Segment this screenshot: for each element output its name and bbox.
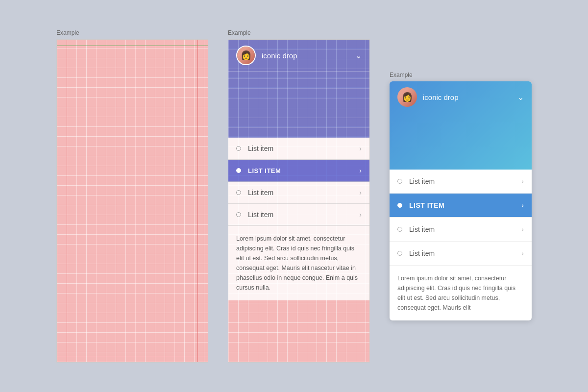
panel3-list: List item › LIST ITEM › List item › List… [390,170,532,266]
panel2-list-item-1[interactable]: List item › [228,138,369,160]
item-dot-3 [236,190,241,195]
red-line-left [67,40,67,362]
panel2-list: List item › LIST ITEM › List item › List… [228,138,369,226]
item-chevron-4: › [359,211,362,219]
grid-line-top [57,46,208,46]
panel3-list-item-3[interactable]: List item › [390,218,532,242]
clean-text-4: List item [409,249,521,257]
item-chevron-1: › [359,145,362,152]
panel1-label: Example [56,29,79,36]
panel3-header-inner: 👩 iconic drop ⌄ [397,87,524,107]
clean-dot-2 [397,203,402,208]
panel3-chevron-icon: ⌄ [517,93,524,102]
panel1-grid [56,39,208,363]
panel2-lorem: Lorem ipsum dolor sit amet, consectetur … [228,226,369,300]
item-chevron-2: › [359,167,362,174]
panel2-label: Example [228,29,251,36]
panel2-chevron-icon: ⌄ [355,51,362,60]
clean-chevron-2: › [521,201,524,209]
panel3-label: Example [390,72,413,78]
item-text-3: List item [248,189,359,196]
panel2-list-item-3[interactable]: List item › [228,182,369,204]
grid-line-bottom [57,356,208,356]
panel3-username: iconic drop [423,93,517,101]
clean-dot-1 [397,179,402,184]
panel2-avatar: 👩 [236,46,256,65]
clean-text-1: List item [409,177,521,185]
grid-background [57,40,208,362]
item-text-4: List item [248,211,359,219]
panel3: 👩 iconic drop ⌄ List item › LIST ITEM › … [390,81,532,320]
panel2-container: Example 👩 iconic drop ⌄ List item [228,29,370,363]
panel2: 👩 iconic drop ⌄ List item › LIST ITEM › [228,39,370,363]
panel1-container: Example [56,29,208,363]
panel3-header[interactable]: 👩 iconic drop ⌄ [390,81,532,170]
item-text-2: LIST ITEM [248,167,359,174]
clean-chevron-3: › [521,225,524,233]
panel2-content: 👩 iconic drop ⌄ List item › LIST ITEM › [228,40,369,300]
panel2-username: iconic drop [262,51,355,60]
item-chevron-3: › [359,189,362,196]
red-line-right [197,40,198,362]
item-dot-4 [236,212,241,217]
panel3-container: Example 👩 iconic drop ⌄ List item › LIST… [390,72,532,320]
item-dot-2 [236,168,241,173]
panel3-lorem: Lorem ipsum dolor sit amet, consectetur … [390,266,532,320]
panel2-list-item-4[interactable]: List item › [228,204,369,226]
clean-text-3: List item [409,225,521,233]
clean-dot-4 [397,251,402,256]
panel3-list-item-1[interactable]: List item › [390,170,532,194]
item-dot-1 [236,146,241,151]
clean-text-2: LIST ITEM [409,201,521,209]
avatar-image: 👩 [237,47,255,64]
panel3-list-item-2-active[interactable]: LIST ITEM › [390,194,532,218]
clean-chevron-4: › [521,249,524,257]
item-text-1: List item [248,145,359,152]
panel2-header-area: 👩 iconic drop ⌄ [228,40,369,138]
panel2-header[interactable]: 👩 iconic drop ⌄ [228,40,369,72]
panel3-list-item-4[interactable]: List item › [390,242,532,266]
clean-dot-3 [397,227,402,232]
panel3-avatar: 👩 [397,87,417,107]
panel2-list-item-2-active[interactable]: LIST ITEM › [228,160,369,182]
clean-chevron-1: › [521,177,524,185]
